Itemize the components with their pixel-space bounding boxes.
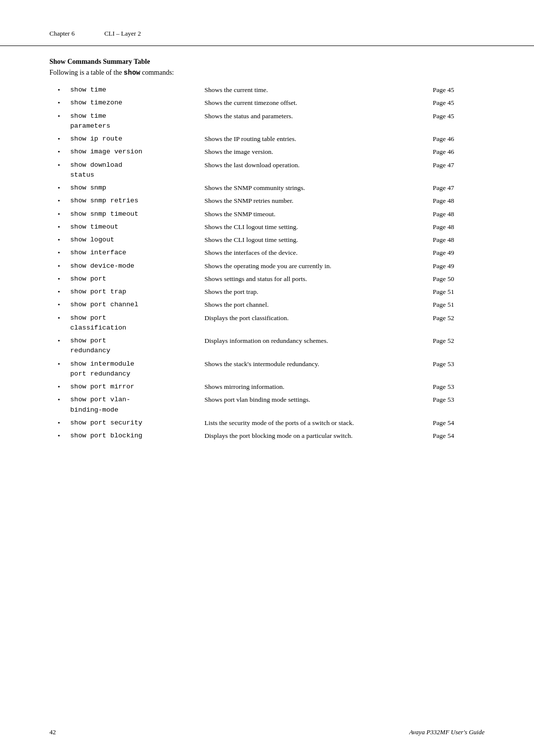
bullet: • bbox=[49, 221, 68, 234]
table-row: •show snmpShows the SNMP community strin… bbox=[49, 182, 485, 194]
bullet: • bbox=[49, 84, 68, 96]
bullet: • bbox=[49, 145, 68, 158]
command-description: Shows the stack's intermodule redundancy… bbox=[203, 358, 431, 381]
page-reference: Page 48 bbox=[431, 208, 485, 221]
table-row: •show port blockingDisplays the port blo… bbox=[49, 429, 485, 442]
table-row: •show device-modeShows the operating mod… bbox=[49, 260, 485, 273]
table-row: •show logoutShows the CLI logout time se… bbox=[49, 234, 485, 246]
table-row: •show timeoutShows the CLI logout time s… bbox=[49, 221, 485, 234]
command-text: show downloadstatus bbox=[68, 159, 203, 182]
table-row: •show downloadstatusShows the last downl… bbox=[49, 159, 485, 182]
table-row: •show port trapShows the port trap.Page … bbox=[49, 285, 485, 298]
bullet: • bbox=[49, 133, 68, 145]
command-description: Shows port vlan binding mode settings. bbox=[203, 393, 431, 417]
bullet: • bbox=[49, 334, 68, 358]
bullet: • bbox=[49, 234, 68, 246]
page-reference: Page 49 bbox=[431, 260, 485, 273]
page-reference: Page 45 bbox=[431, 110, 485, 133]
page-reference: Page 54 bbox=[431, 417, 485, 429]
bullet: • bbox=[49, 312, 68, 335]
intro-mono: show bbox=[124, 69, 140, 77]
bullet: • bbox=[49, 417, 68, 429]
command-description: Shows settings and status for all ports. bbox=[203, 273, 431, 285]
bullet: • bbox=[49, 393, 68, 417]
table-row: •show port mirrorShows mirroring informa… bbox=[49, 380, 485, 393]
command-text: show port bbox=[68, 273, 203, 285]
page-reference: Page 49 bbox=[431, 246, 485, 259]
command-text: show port channel bbox=[68, 298, 203, 311]
command-description: Shows the image version. bbox=[203, 145, 431, 158]
bullet: • bbox=[49, 273, 68, 285]
page-reference: Page 46 bbox=[431, 145, 485, 158]
command-text: show port security bbox=[68, 417, 203, 429]
page-reference: Page 53 bbox=[431, 358, 485, 381]
commands-table: •show timeShows the current time.Page 45… bbox=[49, 84, 485, 442]
command-description: Shows mirroring information. bbox=[203, 380, 431, 393]
page-reference: Page 50 bbox=[431, 273, 485, 285]
bullet: • bbox=[49, 182, 68, 194]
command-text: show timeout bbox=[68, 221, 203, 234]
command-text: show port blocking bbox=[68, 429, 203, 442]
bullet: • bbox=[49, 285, 68, 298]
page: Chapter 6 CLI – Layer 2 Show Commands Su… bbox=[0, 0, 534, 756]
chapter-title: CLI – Layer 2 bbox=[104, 30, 141, 38]
command-description: Shows the IP routing table entries. bbox=[203, 133, 431, 145]
bullet: • bbox=[49, 208, 68, 221]
intro-text: Following is a table of the show command… bbox=[49, 69, 485, 77]
page-reference: Page 52 bbox=[431, 312, 485, 335]
table-row: •show timeShows the current time.Page 45 bbox=[49, 84, 485, 96]
command-text: show snmp bbox=[68, 182, 203, 194]
table-row: •show portclassificationDisplays the por… bbox=[49, 312, 485, 335]
command-description: Shows the current timezone offset. bbox=[203, 96, 431, 109]
command-text: show image version bbox=[68, 145, 203, 158]
bullet: • bbox=[49, 429, 68, 442]
table-row: •show portShows settings and status for … bbox=[49, 273, 485, 285]
command-description: Displays the port blocking mode on a par… bbox=[203, 429, 431, 442]
command-description: Displays information on redundancy schem… bbox=[203, 334, 431, 358]
command-description: Shows the SNMP timeout. bbox=[203, 208, 431, 221]
command-description: Shows the port channel. bbox=[203, 298, 431, 311]
command-text: show snmp timeout bbox=[68, 208, 203, 221]
command-text: show portclassification bbox=[68, 312, 203, 335]
table-row: •show intermoduleport redundancyShows th… bbox=[49, 358, 485, 381]
command-description: Shows the CLI logout time setting. bbox=[203, 234, 431, 246]
command-description: Shows the port trap. bbox=[203, 285, 431, 298]
table-row: •show port channelShows the port channel… bbox=[49, 298, 485, 311]
page-reference: Page 54 bbox=[431, 429, 485, 442]
table-row: •show image versionShows the image versi… bbox=[49, 145, 485, 158]
command-text: show interface bbox=[68, 246, 203, 259]
table-row: •show timezoneShows the current timezone… bbox=[49, 96, 485, 109]
page-reference: Page 51 bbox=[431, 298, 485, 311]
table-row: •show portredundancyDisplays information… bbox=[49, 334, 485, 358]
bullet: • bbox=[49, 194, 68, 207]
command-text: show intermoduleport redundancy bbox=[68, 358, 203, 381]
table-row: •show timeparametersShows the status and… bbox=[49, 110, 485, 133]
command-description: Shows the interfaces of the device. bbox=[203, 246, 431, 259]
command-description: Shows the last download operation. bbox=[203, 159, 431, 182]
command-description: Shows the SNMP retries number. bbox=[203, 194, 431, 207]
page-reference: Page 53 bbox=[431, 380, 485, 393]
table-row: •show port vlan-binding-modeShows port v… bbox=[49, 393, 485, 417]
footer-page-number: 42 bbox=[49, 728, 56, 736]
table-row: •show interfaceShows the interfaces of t… bbox=[49, 246, 485, 259]
bullet: • bbox=[49, 298, 68, 311]
command-description: Shows the operating mode you are current… bbox=[203, 260, 431, 273]
chapter-label: Chapter 6 bbox=[49, 30, 75, 38]
page-reference: Page 48 bbox=[431, 221, 485, 234]
command-text: show ip route bbox=[68, 133, 203, 145]
bullet: • bbox=[49, 260, 68, 273]
page-reference: Page 45 bbox=[431, 84, 485, 96]
bullet: • bbox=[49, 159, 68, 182]
table-row: •show port securityLists the security mo… bbox=[49, 417, 485, 429]
page-reference: Page 46 bbox=[431, 133, 485, 145]
command-text: show portredundancy bbox=[68, 334, 203, 358]
command-description: Shows the status and parameters. bbox=[203, 110, 431, 133]
command-description: Shows the SNMP community strings. bbox=[203, 182, 431, 194]
command-text: show timezone bbox=[68, 96, 203, 109]
command-text: show port mirror bbox=[68, 380, 203, 393]
page-footer: 42 Avaya P332MF User's Guide bbox=[49, 728, 485, 736]
command-description: Shows the current time. bbox=[203, 84, 431, 96]
page-reference: Page 48 bbox=[431, 194, 485, 207]
table-row: •show ip routeShows the IP routing table… bbox=[49, 133, 485, 145]
page-reference: Page 48 bbox=[431, 234, 485, 246]
